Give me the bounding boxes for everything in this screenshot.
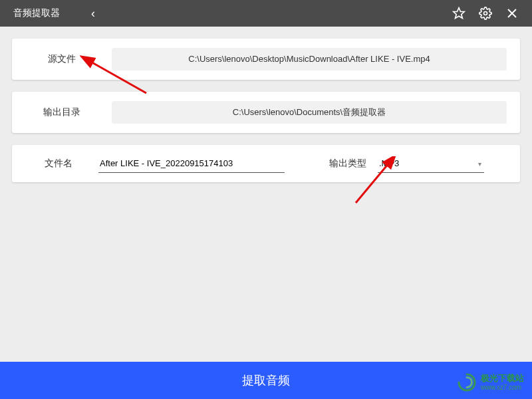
filename-row: 文件名 输出类型 .MP3 ▾ xyxy=(12,145,520,182)
filename-label: 文件名 xyxy=(25,158,92,170)
extract-audio-button[interactable]: 提取音频 xyxy=(0,362,532,399)
output-dir-row: 输出目录 C:\Users\lenovo\Documents\音频提取器 xyxy=(12,92,520,133)
svg-marker-0 xyxy=(454,8,465,19)
close-icon[interactable] xyxy=(499,0,525,27)
source-file-label: 源文件 xyxy=(25,53,98,65)
star-icon[interactable] xyxy=(446,0,472,27)
output-type-select[interactable]: .MP3 ▾ xyxy=(378,154,484,173)
gear-icon[interactable] xyxy=(472,0,499,27)
output-type-label: 输出类型 xyxy=(325,158,371,170)
source-file-field[interactable]: C:\Users\lenovo\Desktop\MusicDownload\Af… xyxy=(112,48,507,70)
source-file-row: 源文件 C:\Users\lenovo\Desktop\MusicDownloa… xyxy=(12,39,520,80)
app-title: 音频提取器 xyxy=(13,7,60,19)
back-button[interactable]: ‹ xyxy=(80,7,106,21)
title-bar: 音频提取器 ‹ xyxy=(0,0,532,27)
extract-button-label: 提取音频 xyxy=(242,372,290,388)
output-type-value: .MP3 xyxy=(379,158,399,168)
chevron-down-icon: ▾ xyxy=(478,160,481,167)
filename-input[interactable] xyxy=(98,154,285,173)
output-dir-field[interactable]: C:\Users\lenovo\Documents\音频提取器 xyxy=(112,101,507,124)
svg-point-1 xyxy=(484,12,487,15)
output-dir-label: 输出目录 xyxy=(25,106,98,118)
